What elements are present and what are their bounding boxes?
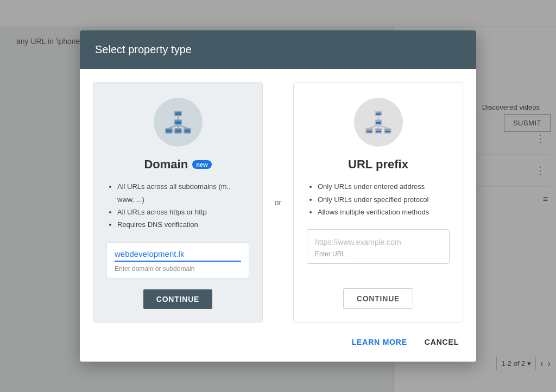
domain-feature-3: Requires DNS verification: [117, 218, 249, 231]
domain-card: Domain new All URLs across all subdomain…: [93, 82, 263, 323]
url-prefix-title: URL prefix: [348, 157, 408, 172]
dialog-header: Select property type: [80, 30, 476, 69]
url-prefix-feature-list: Only URLs under entered address Only URL…: [307, 180, 450, 218]
new-badge: new: [192, 160, 211, 169]
url-prefix-feature-3: Allows multiple verification methods: [318, 206, 450, 218]
svg-line-35: [369, 125, 378, 128]
svg-rect-34: [385, 131, 390, 132]
url-input-group: Enter URL: [307, 229, 450, 264]
domain-input-group: Enter domain or subdomain: [106, 242, 249, 279]
modal-overlay: Select property type: [0, 0, 556, 392]
svg-rect-24: [376, 122, 381, 124]
dialog-title: Select property type: [95, 43, 192, 55]
dialog-body: Domain new All URLs across all subdomain…: [80, 69, 476, 323]
svg-line-37: [378, 125, 388, 128]
dialog-footer: LEARN MORE CANCEL: [80, 323, 476, 362]
domain-title-row: Domain new: [144, 157, 211, 172]
domain-input[interactable]: [115, 249, 241, 262]
svg-rect-12: [175, 131, 181, 132]
learn-more-button[interactable]: LEARN MORE: [348, 333, 412, 351]
domain-continue-button[interactable]: CONTINUE: [143, 289, 213, 309]
domain-feature-list: All URLs across all subdomains (m., www.…: [106, 180, 249, 231]
url-prefix-title-row: URL prefix: [348, 157, 408, 172]
domain-title: Domain: [144, 157, 188, 172]
or-divider: or: [271, 198, 285, 207]
svg-line-16: [169, 125, 178, 128]
domain-network-icon: [164, 111, 192, 134]
svg-rect-9: [166, 131, 172, 132]
url-prefix-network-icon: [364, 111, 393, 134]
url-prefix-card: URL prefix Only URLs under entered addre…: [293, 82, 463, 323]
url-prefix-continue-button[interactable]: CONTINUE: [343, 288, 414, 309]
svg-rect-31: [376, 131, 381, 132]
svg-rect-21: [376, 113, 381, 115]
svg-rect-2: [175, 113, 181, 115]
svg-rect-5: [175, 122, 181, 124]
svg-rect-15: [185, 131, 190, 132]
domain-feature-2: All URLs across https or http: [117, 206, 249, 218]
domain-icon-circle: [154, 98, 203, 147]
url-input-label: Enter URL: [315, 250, 441, 258]
url-prefix-feature-1: Only URLs under entered address: [318, 180, 450, 193]
url-input[interactable]: [315, 238, 441, 246]
domain-feature-1: All URLs across all subdomains (m., www.…: [117, 180, 249, 206]
url-prefix-icon-circle: [354, 98, 403, 147]
or-label: or: [275, 198, 281, 207]
url-prefix-feature-2: Only URLs under specified protocol: [318, 193, 450, 206]
svg-line-18: [178, 125, 187, 128]
select-property-dialog: Select property type: [80, 30, 476, 362]
domain-input-label: Enter domain or subdomain: [115, 265, 241, 273]
cancel-button[interactable]: CANCEL: [420, 333, 463, 351]
svg-rect-28: [367, 131, 372, 132]
